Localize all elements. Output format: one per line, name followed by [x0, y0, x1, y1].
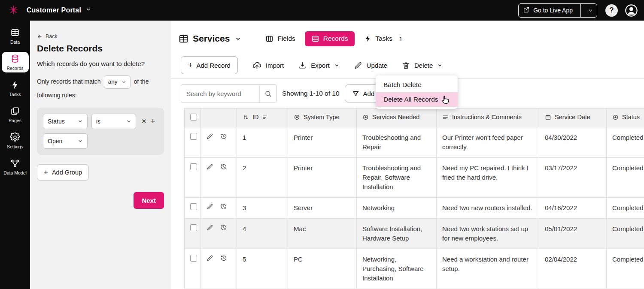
tasks-count-badge: 1 [399, 35, 402, 42]
actions-header [201, 108, 237, 127]
export-button[interactable]: Export [298, 61, 339, 69]
column-header-system-type[interactable]: System Type [288, 108, 357, 127]
lightning-icon [364, 35, 372, 42]
add-rule-button[interactable]: + [151, 117, 155, 126]
delete-button[interactable]: Delete [402, 61, 443, 69]
rule-operator-select[interactable]: is [91, 114, 136, 129]
trash-icon [402, 61, 410, 69]
table-icon [10, 28, 20, 37]
select-all-checkbox[interactable] [190, 114, 197, 120]
cell-services-needed: Troubleshooting and Repair [357, 127, 437, 158]
update-button[interactable]: Update [354, 61, 387, 69]
chevron-down-icon [126, 119, 131, 124]
go-to-live-app-button[interactable]: Go to Live App [518, 3, 597, 18]
chevron-down-icon [334, 63, 340, 68]
cell-service-date: 04/16/2022 [539, 198, 607, 219]
cell-system-type: Mac [288, 219, 357, 249]
lightning-icon [10, 80, 20, 90]
app-title-menu[interactable]: Customer Portal [27, 6, 91, 14]
row-checkbox[interactable] [190, 163, 197, 170]
sidebar-item-tasks[interactable]: Tasks [2, 78, 29, 99]
filter-funnel-icon [352, 90, 359, 97]
column-header-service-date[interactable]: Service Date [539, 108, 607, 127]
cell-service-date: 05/01/2022 [539, 219, 607, 249]
cell-status: Completed [607, 158, 644, 198]
cell-system-type: Server [288, 198, 357, 219]
sidebar-item-data[interactable]: Data [2, 26, 29, 46]
next-button[interactable]: Next [134, 192, 164, 209]
column-header-services-needed[interactable]: Services Needed [357, 108, 437, 127]
showing-count-text: Showing 1-10 of 10 [282, 90, 340, 97]
edit-record-icon[interactable] [207, 203, 213, 210]
panel-question: Which records do you want to delete? [37, 60, 164, 67]
back-arrow-icon [37, 34, 43, 39]
cell-services-needed: Software Installation, Hardware Setup [357, 219, 437, 249]
cell-id[interactable]: 1 [237, 127, 288, 158]
live-app-dropdown-caret[interactable] [584, 8, 597, 13]
menu-item-delete-all-records[interactable]: Delete All Records [376, 92, 458, 107]
search-input[interactable] [181, 90, 259, 97]
cell-service-date: 03/17/2022 [539, 158, 607, 198]
import-button[interactable]: Import [252, 61, 284, 70]
table-selector[interactable]: Services [178, 33, 241, 44]
table-row: 3 Server Networking Need two new routers… [185, 198, 644, 219]
record-history-icon[interactable] [220, 255, 227, 262]
sidebar-item-pages[interactable]: Pages [2, 104, 29, 125]
main-header: Services Fields Records Tasks 1 [171, 30, 644, 47]
search-icon [264, 90, 272, 97]
tab-tasks[interactable]: Tasks 1 [361, 31, 405, 46]
back-link[interactable]: Back [37, 33, 164, 39]
delete-dropdown-menu: Batch Delete Delete All Records [376, 75, 458, 109]
select-all-header[interactable] [185, 108, 201, 127]
row-checkbox[interactable] [190, 203, 197, 210]
person-icon [625, 4, 638, 17]
record-history-icon[interactable] [220, 133, 227, 140]
table-name: Services [193, 33, 230, 44]
edit-record-icon[interactable] [207, 255, 213, 262]
sidebar-item-data-model[interactable]: Data Model [2, 157, 29, 177]
row-checkbox[interactable] [190, 255, 197, 262]
add-group-button[interactable]: + Add Group [37, 164, 89, 181]
help-button[interactable]: ? [605, 4, 618, 17]
edit-record-icon[interactable] [207, 133, 213, 140]
cell-id[interactable]: 3 [237, 198, 288, 219]
tab-fields[interactable]: Fields [263, 31, 298, 46]
rule-field-select[interactable]: Status [43, 114, 88, 129]
cloud-upload-icon [252, 61, 261, 70]
add-record-button[interactable]: + Add Record [181, 56, 238, 74]
column-header-instructions[interactable]: Instructions & Comments [437, 108, 539, 127]
rows-icon [311, 35, 319, 43]
row-checkbox[interactable] [190, 133, 197, 140]
cell-system-type: Printer [288, 127, 357, 158]
edit-record-icon[interactable] [207, 224, 213, 231]
cell-id[interactable]: 4 [237, 219, 288, 249]
pages-icon [10, 106, 20, 116]
cell-id[interactable]: 5 [237, 249, 288, 289]
tab-records[interactable]: Records [305, 31, 355, 46]
rule-value-select[interactable]: Open [43, 133, 88, 149]
row-checkbox[interactable] [190, 224, 197, 231]
column-header-status[interactable]: Status [607, 108, 644, 127]
table-row: 2 Printer Troubleshooting and Repair, So… [185, 158, 644, 198]
record-history-icon[interactable] [220, 203, 227, 210]
search-button[interactable] [259, 85, 276, 102]
record-history-icon[interactable] [220, 163, 227, 170]
match-type-select[interactable]: any [104, 75, 131, 89]
remove-rule-button[interactable]: ✕ [141, 117, 147, 125]
sidebar-item-settings[interactable]: Settings [2, 130, 29, 151]
cell-instructions: Need two work stations set up for new em… [437, 219, 539, 249]
edit-record-icon[interactable] [207, 163, 213, 170]
record-history-icon[interactable] [220, 224, 227, 231]
menu-item-batch-delete[interactable]: Batch Delete [376, 78, 458, 92]
cell-services-needed: Networking, Purchasing, Software Install… [357, 249, 437, 289]
cell-id[interactable]: 2 [237, 158, 288, 198]
cell-status: Completed [607, 219, 644, 249]
account-avatar-button[interactable] [625, 4, 638, 17]
gear-icon [10, 132, 20, 142]
choice-field-icon [362, 114, 369, 120]
cell-services-needed: Troubleshooting and Repair, Software Ins… [357, 158, 437, 198]
column-header-id[interactable]: ID [237, 108, 288, 127]
sidebar-item-records[interactable]: Records [2, 52, 29, 72]
database-icon [10, 54, 20, 63]
cell-status: Completed [607, 198, 644, 219]
